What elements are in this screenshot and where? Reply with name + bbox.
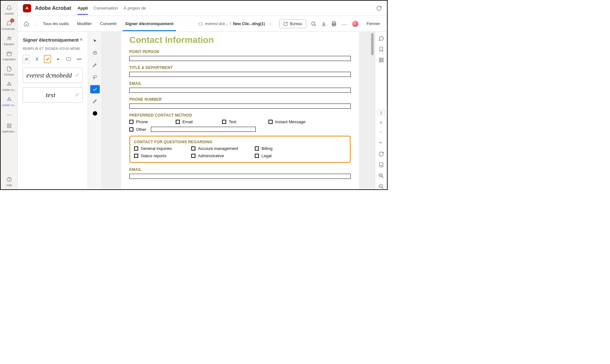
search-icon[interactable] [311,21,316,27]
rail-label: Fichiers [4,73,14,76]
tool-tab-modify[interactable]: Modifier [75,16,94,31]
document-viewer[interactable]: Contact Information POINT PERSON TITLE &… [102,32,375,189]
close-button[interactable]: Fermer [363,19,383,28]
avatar[interactable] [351,20,359,28]
line-tool-icon[interactable] [75,55,83,63]
checkbox-text[interactable]: Text [222,119,257,124]
checkbox-admin[interactable]: Administrative [191,153,239,158]
chevron-down-icon[interactable] [268,22,272,26]
print-icon[interactable] [331,21,337,27]
rail-item-help[interactable]: Aide [1,174,17,189]
bookmark-icon[interactable] [378,46,384,52]
input-point-person[interactable] [129,56,351,61]
rail-label: Conversat... [1,27,17,30]
breadcrumb-doc[interactable]: New Clie...ding(1) [233,22,265,26]
checkbox-phone[interactable]: Phone [129,119,164,124]
comments-panel-icon[interactable] [378,36,384,41]
header-tab-app[interactable]: Appli [78,1,88,15]
signature-box-1[interactable]: everest dcmobedd [23,68,83,83]
highlight-tool-icon[interactable] [90,61,100,69]
x-tool-icon[interactable]: X [33,55,41,63]
chevron-down-icon[interactable] [378,140,384,146]
page-current[interactable]: 1 [377,110,384,116]
rail-item-adobe-1[interactable]: Adobe Ac... [1,79,17,94]
rail-label: Aide [6,184,12,187]
rail-item-calendar[interactable]: Calendrier [1,48,17,64]
label-email: EMAIL [129,81,351,86]
rail-item-apps[interactable]: Applicatio... [1,120,17,136]
refresh-icon[interactable] [376,5,382,11]
dot-tool-icon[interactable] [54,55,62,63]
svg-rect-6 [7,124,9,125]
checkbox-account[interactable]: Account management [191,146,239,151]
svg-line-13 [315,25,316,26]
rail-more-icon[interactable]: ⋯ [4,109,14,120]
header-tab-conversation[interactable]: Conversation [94,1,118,15]
lasso-tool-icon[interactable] [90,73,100,81]
svg-rect-23 [382,61,383,62]
rotate-icon[interactable] [378,151,384,157]
panel-subtitle: REMPLIR ET SIGNER VOUS-MÊME [23,47,83,51]
input-email2[interactable] [129,174,351,179]
highlighted-section: CONTACT FOR QUESTIONS REGARDING General … [129,136,351,163]
rail-label: Adobe Ac... [2,104,16,107]
breadcrumb-folder[interactable]: everest dce... [205,22,228,26]
home-button[interactable] [22,19,31,29]
tool-tab-sign[interactable]: Signer électroniquement [123,16,176,31]
rail-label: Adobe Ac... [2,88,16,91]
color-swatch-icon[interactable] [90,109,100,118]
checkbox-email[interactable]: Email [176,119,211,124]
svg-rect-22 [379,61,381,62]
input-other[interactable] [151,127,256,132]
file-icon [6,65,13,72]
checkbox-billing[interactable]: Billing [255,146,273,151]
panel-title: Signer électroniquement [23,37,79,43]
pen-tool-icon[interactable] [90,97,100,105]
input-phone[interactable] [129,104,351,109]
label-point-person: POINT PERSON [129,50,351,54]
bell-icon [6,4,13,11]
pencil-icon[interactable] [75,73,79,78]
document-page: Contact Information POINT PERSON TITLE &… [121,32,359,189]
input-title-dept[interactable] [129,72,351,77]
checkbox-general[interactable]: General inquiries [134,146,175,151]
thumbnails-icon[interactable] [378,57,384,63]
close-icon[interactable]: × [80,37,83,43]
rect-tool-icon[interactable] [65,55,72,63]
check-annotation-icon[interactable] [90,85,100,93]
scrollbar[interactable] [371,33,374,55]
rail-item-files[interactable]: Fichiers [1,64,17,79]
checkbox-other[interactable]: Other [129,127,146,132]
checkbox-legal[interactable]: Legal [255,153,272,158]
rail-item-activity[interactable]: Activité [1,3,17,18]
svg-rect-2 [7,52,11,56]
download-icon[interactable] [321,21,327,27]
more-icon[interactable]: ⋯ [341,21,347,27]
cursor-tool-icon[interactable] [90,37,100,45]
rail-item-chat[interactable]: 1 Conversat... [1,18,17,33]
input-email[interactable] [129,88,351,93]
zoom-out-icon[interactable] [378,184,384,189]
rail-item-adobe-2[interactable]: Adobe Ac... [1,94,17,109]
pencil-icon[interactable] [75,93,79,97]
chevron-up-icon[interactable] [378,130,384,135]
signature-box-2[interactable]: test [23,87,83,103]
signature-text-2: test [26,91,75,99]
sign-panel: Signer électroniquement × REMPLIR ET SIG… [18,32,88,189]
comment-tool-icon[interactable] [90,49,100,57]
checkbox-status[interactable]: Status reports [134,153,175,158]
page-total: 5 [380,121,382,125]
bureau-button[interactable]: Bureau [279,19,306,28]
zoom-in-icon[interactable] [378,173,384,179]
tool-tab-all[interactable]: Tous les outils [40,16,71,31]
checkbox-instant[interactable]: Instant Message [268,119,305,124]
tool-tab-convert[interactable]: Convertir [98,16,119,31]
header-tab-about[interactable]: À propos de [124,1,146,15]
text-tool-icon[interactable]: ¦A¦ [23,55,30,63]
acrobat-app-icon [23,4,31,12]
svg-rect-7 [10,124,11,125]
rail-item-teams[interactable]: Équipes [1,33,17,48]
page-fit-icon[interactable] [378,162,384,168]
check-tool-icon[interactable] [44,55,51,63]
label-pref-method: PREFERRED CONTACT METHOD [129,113,351,118]
